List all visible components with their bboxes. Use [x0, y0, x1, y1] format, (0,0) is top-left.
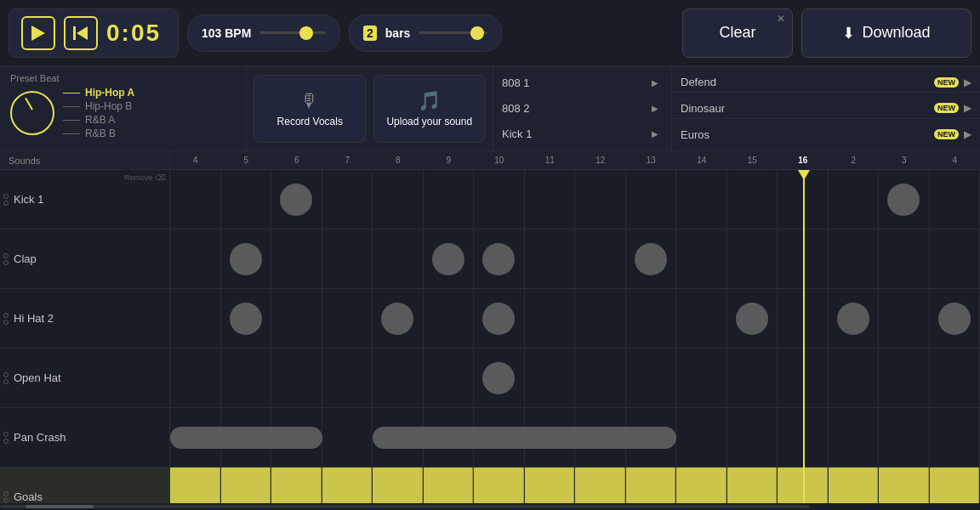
beat-cell-10[interactable] — [676, 289, 727, 348]
preset-item-rnba[interactable]: R&B A — [63, 114, 134, 126]
beat-cell-11[interactable] — [727, 170, 778, 229]
ctrl-dot[interactable] — [3, 320, 9, 325]
sound-8081-play[interactable]: ▶ — [647, 75, 663, 90]
beat-cell-5[interactable] — [424, 289, 475, 348]
beat-cell-14[interactable] — [879, 170, 930, 229]
beat-cell-11[interactable] — [727, 408, 778, 467]
beat-cell-5[interactable] — [424, 170, 475, 229]
beat-cell-13[interactable] — [829, 408, 880, 467]
beat-cell-1[interactable] — [221, 468, 272, 503]
beat-cell-0[interactable] — [170, 348, 221, 407]
beat-cell-5[interactable] — [424, 468, 475, 503]
beat-cell-8[interactable] — [575, 230, 626, 288]
beat-cell-9[interactable] — [626, 170, 677, 229]
beat-cell-10[interactable] — [676, 408, 727, 467]
beat-cell-9[interactable] — [626, 348, 677, 407]
ctrl-dot[interactable] — [3, 372, 9, 377]
beat-cell-4[interactable] — [373, 289, 424, 348]
beat-cell-12[interactable] — [778, 408, 829, 467]
library-item-defend[interactable]: Defend NEW ▶ — [672, 72, 980, 93]
bpm-slider-thumb[interactable] — [299, 26, 313, 40]
beat-cell-8[interactable] — [575, 289, 626, 348]
defend-play-icon[interactable]: ▶ — [964, 76, 971, 88]
beat-cell-11[interactable] — [727, 468, 778, 503]
beat-cell-13[interactable] — [829, 230, 880, 288]
beat-cell-14[interactable] — [879, 348, 930, 407]
beat-cell-12[interactable] — [778, 289, 829, 348]
sound-8082-play[interactable]: ▶ — [647, 100, 663, 116]
upload-sound-button[interactable]: 🎵 Upload your sound — [373, 75, 487, 143]
beat-cell-6[interactable] — [474, 230, 525, 288]
beat-cell-3[interactable] — [322, 289, 373, 348]
beat-cell-8[interactable] — [575, 468, 626, 503]
beat-cell-7[interactable] — [525, 289, 576, 348]
beat-cell-6[interactable] — [474, 170, 525, 229]
beat-cell-9[interactable] — [626, 230, 677, 288]
scrollbar-thumb[interactable] — [26, 505, 94, 508]
download-button[interactable]: ⬇ Download — [801, 8, 971, 58]
skip-back-button[interactable] — [64, 16, 98, 50]
beat-cell-15[interactable] — [930, 230, 981, 288]
ctrl-dot[interactable] — [3, 439, 9, 444]
ctrl-dot[interactable] — [3, 201, 9, 206]
sound-kick1-play[interactable]: ▶ — [647, 127, 663, 142]
beat-cell-2[interactable] — [271, 468, 322, 503]
beat-cell-3[interactable] — [322, 230, 373, 288]
beat-cell-13[interactable] — [829, 170, 880, 229]
preset-item-hiphopa[interactable]: Hip-Hop A — [63, 87, 134, 99]
beat-cell-13[interactable] — [829, 348, 880, 407]
beat-cell-6[interactable] — [474, 348, 525, 407]
beat-cell-9[interactable] — [626, 468, 677, 503]
ctrl-dot[interactable] — [3, 260, 9, 265]
beat-cell-9[interactable] — [626, 289, 677, 348]
ctrl-dot[interactable] — [3, 491, 9, 496]
beat-cell-3[interactable] — [322, 468, 373, 503]
ctrl-dot[interactable] — [3, 194, 9, 199]
beat-cell-8[interactable] — [575, 348, 626, 407]
beat-cell-10[interactable] — [676, 230, 727, 288]
beat-cell-13[interactable] — [829, 468, 880, 503]
beat-cell-15[interactable] — [930, 289, 981, 348]
beat-cell-10[interactable] — [676, 348, 727, 407]
beat-cell-5[interactable] — [424, 230, 475, 288]
beat-cell-12[interactable] — [778, 230, 829, 288]
ctrl-dot[interactable] — [3, 498, 9, 503]
beat-cell-7[interactable] — [525, 468, 576, 503]
preset-item-hiphopb[interactable]: Hip-Hop B — [63, 100, 134, 112]
dinosaur-play-icon[interactable]: ▶ — [964, 102, 971, 114]
beat-cell-7[interactable] — [525, 348, 576, 407]
beat-cell-15[interactable] — [930, 408, 981, 467]
beat-cell-11[interactable] — [727, 289, 778, 348]
beat-cell-1[interactable] — [221, 230, 272, 288]
beat-cell-14[interactable] — [879, 468, 930, 503]
preset-dial[interactable] — [10, 91, 54, 135]
beat-cell-11[interactable] — [727, 230, 778, 288]
beat-cell-14[interactable] — [879, 408, 930, 467]
beat-cell-1[interactable] — [221, 348, 272, 407]
bars-slider-thumb[interactable] — [470, 26, 484, 40]
beat-cell-2[interactable] — [271, 348, 322, 407]
beat-cell-3[interactable] — [322, 408, 373, 467]
beat-cell-4[interactable] — [373, 348, 424, 407]
library-item-euros[interactable]: Euros NEW ▶ — [672, 125, 980, 144]
beat-cell-12[interactable] — [778, 468, 829, 503]
record-vocals-button[interactable]: 🎙 Record Vocals — [254, 75, 367, 143]
ctrl-dot[interactable] — [3, 253, 9, 258]
beat-cell-11[interactable] — [727, 348, 778, 407]
beat-cell-15[interactable] — [930, 170, 981, 229]
sound-item-8081[interactable]: 808 1 ▶ — [493, 71, 671, 94]
beat-cell-14[interactable] — [879, 230, 930, 288]
beat-cell-1[interactable] — [221, 289, 272, 348]
beat-cell-7[interactable] — [525, 230, 576, 288]
beat-cell-10[interactable] — [676, 468, 727, 503]
beat-cell-7[interactable] — [525, 170, 576, 229]
scrollbar-track[interactable] — [0, 505, 810, 508]
ctrl-dot[interactable] — [3, 432, 9, 437]
play-button[interactable] — [21, 16, 55, 50]
preset-item-rnbb[interactable]: R&B B — [63, 128, 134, 139]
euros-play-icon[interactable]: ▶ — [964, 128, 971, 140]
sound-item-8082[interactable]: 808 2 ▶ — [493, 97, 671, 119]
clear-button[interactable]: Clear — [682, 8, 793, 58]
beat-cell-0[interactable] — [170, 289, 221, 348]
beat-cell-2[interactable] — [271, 289, 322, 348]
